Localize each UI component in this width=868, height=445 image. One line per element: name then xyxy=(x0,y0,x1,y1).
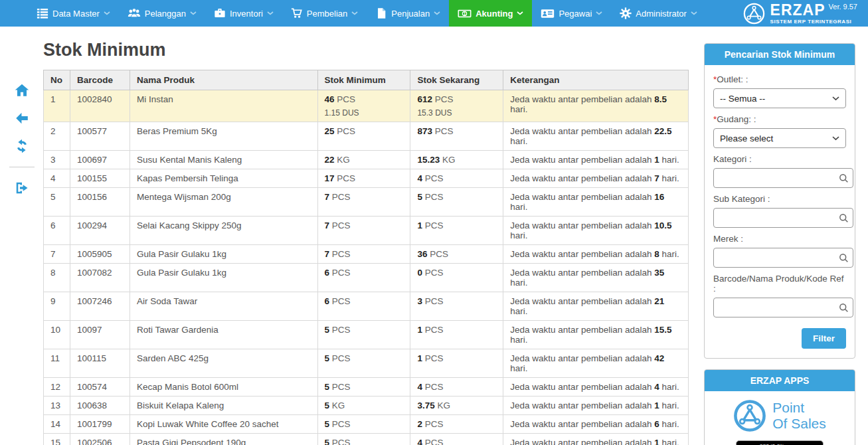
cart-icon xyxy=(291,7,303,19)
cell-stok-sekarang: 873 PCS xyxy=(410,122,503,151)
barcode-search-label: Barcode/Nama Produk/Kode Ref : xyxy=(713,274,846,294)
navbar-item-inventori[interactable]: Inventori xyxy=(205,0,282,27)
table-row[interactable]: 4 100155 Kapas Pembersih Telinga 17 PCS … xyxy=(44,169,689,188)
merek-input[interactable] xyxy=(719,252,839,264)
navbar-item-label: Pelanggan xyxy=(145,9,186,19)
version-label: Ver. 9.57 xyxy=(829,3,857,11)
cell-keterangan: Jeda waktu antar pembelian adalah 6 hari… xyxy=(503,415,689,434)
header-barcode: Barcode xyxy=(70,70,130,90)
table-row[interactable]: 1 1002840 Mi Instan 46 PCS 1.15 DUS 612 … xyxy=(44,90,689,122)
cell-product-name: Kapas Pembersih Telinga xyxy=(130,169,317,188)
google-play-badge[interactable]: GET IT ON Google Play xyxy=(736,440,823,445)
cell-product-name: Roti Tawar Gardenia xyxy=(130,321,317,349)
cell-barcode: 100294 xyxy=(70,217,130,245)
chevron-down-icon xyxy=(104,11,110,15)
navbar-item-label: Pembelian xyxy=(307,9,347,19)
kategori-input[interactable] xyxy=(719,173,839,184)
cell-product-name: Gula Pasir Gulaku 1kg xyxy=(130,264,317,292)
navbar-item-administrator[interactable]: Administrator xyxy=(611,0,706,27)
navbar-item-icon: 1 xyxy=(458,7,472,20)
table-row[interactable]: 12 100574 Kecap Manis Botol 600ml 5 PCS … xyxy=(44,378,689,397)
navbar-item-penjualan[interactable]: Penjualan xyxy=(367,0,449,27)
apps-panel-title: ERZAP APPS xyxy=(705,370,855,391)
erzap-logo-icon xyxy=(743,3,765,25)
search-icon xyxy=(839,173,849,183)
cell-no: 7 xyxy=(44,245,70,264)
cell-keterangan: Jeda waktu antar pembelian adalah 42 har… xyxy=(503,349,689,378)
briefcase-icon xyxy=(214,7,226,19)
table-row[interactable]: 5 100156 Mentega Wijsman 200g 7 PCS 5 PC… xyxy=(44,188,689,217)
cell-stok-minimum: 5 PCS xyxy=(317,349,410,378)
cell-no: 14 xyxy=(44,415,70,434)
home-icon[interactable] xyxy=(15,83,29,98)
search-icon xyxy=(839,303,849,313)
table-row[interactable]: 7 1005905 Gula Pasir Gulaku 1kg 7 PCS 36… xyxy=(44,245,689,264)
navbar-item-pelanggan[interactable]: Pelanggan xyxy=(119,0,205,27)
erzap-apps-panel: ERZAP APPS Point Of Sales GET IT ON G xyxy=(704,369,855,445)
table-row[interactable]: 13 100638 Biskuit Kelapa Kaleng 5 KG 3.7… xyxy=(44,397,689,415)
cell-stok-minimum: 17 PCS xyxy=(317,169,410,188)
brand-tagline: SISTEM ERP TERINTEGRASI xyxy=(770,19,857,25)
cell-no: 2 xyxy=(44,122,70,151)
left-icon-rail xyxy=(0,27,43,195)
app-window: Data Master Pelanggan Inventori Pembelia… xyxy=(0,0,868,445)
navbar-item-label: Penjualan xyxy=(391,9,430,19)
table-row[interactable]: 11 100115 Sarden ABC 425g 5 PCS 1 PCS Je… xyxy=(44,349,689,378)
cell-stok-minimum: 5 PCS xyxy=(317,378,410,397)
refresh-icon[interactable] xyxy=(15,139,29,153)
navbar-item-icon xyxy=(37,7,48,19)
chevron-down-icon xyxy=(517,11,523,15)
cell-keterangan: Jeda waktu antar pembelian adalah 22.5 h… xyxy=(503,122,689,151)
header-nama-produk: Nama Produk xyxy=(130,70,317,90)
table-row[interactable]: 14 1001799 Kopi Luwak White Coffee 20 sa… xyxy=(44,415,689,434)
cell-stok-sekarang: 5 PCS xyxy=(410,188,503,217)
cell-no: 5 xyxy=(44,188,70,217)
cell-keterangan: Jeda waktu antar pembelian adalah 15.5 h… xyxy=(503,321,689,349)
cell-stok-sekarang: 1 PCS xyxy=(410,349,503,378)
barcode-search-input[interactable] xyxy=(719,302,839,313)
navbar-item-akunting[interactable]: 1 Akunting xyxy=(449,0,532,27)
navbar-item-data-master[interactable]: Data Master xyxy=(28,0,119,27)
cell-stok-minimum: 6 PCS xyxy=(317,292,410,321)
cell-stok-sekarang: 1 PCS xyxy=(410,217,503,245)
filter-button[interactable]: Filter xyxy=(802,328,846,349)
sub-kategori-input[interactable] xyxy=(719,213,839,224)
brand-name: ERZAP xyxy=(770,3,825,18)
navbar-item-label: Data Master xyxy=(52,9,100,19)
chevron-down-icon xyxy=(691,11,697,15)
erzap-logo[interactable]: ERZAP Ver. 9.57 SISTEM ERP TERINTEGRASI xyxy=(743,0,868,27)
table-row[interactable]: 8 1007082 Gula Pasir Gulaku 1kg 6 PCS 0 … xyxy=(44,264,689,292)
cell-stok-minimum: 5 PCS xyxy=(317,321,410,349)
table-row[interactable]: 15 1002506 Pasta Gigi Pepsodent 190g 5 P… xyxy=(44,434,689,445)
table-row[interactable]: 9 1007246 Air Soda Tawar 6 PCS 3 PCS Jed… xyxy=(44,292,689,321)
cell-stok-sekarang: 36 PCS xyxy=(410,245,503,264)
cell-stok-minimum: 7 PCS xyxy=(317,245,410,264)
header-stok-sekarang: Stok Sekarang xyxy=(410,70,503,90)
logout-icon[interactable] xyxy=(15,181,29,195)
point-of-sales-logo[interactable]: Point Of Sales xyxy=(733,399,826,432)
outlet-select[interactable]: -- Semua -- xyxy=(713,88,846,108)
cell-keterangan: Jeda waktu antar pembelian adalah 4 hari… xyxy=(503,378,689,397)
cell-stok-sekarang: 4 PCS xyxy=(410,378,503,397)
merek-label: Merek : xyxy=(713,234,846,244)
chevron-down-icon xyxy=(832,96,839,101)
table-row[interactable]: 6 100294 Selai Kacang Skippy 250g 7 PCS … xyxy=(44,217,689,245)
cell-no: 9 xyxy=(44,292,70,321)
cell-no: 3 xyxy=(44,151,70,169)
table-row[interactable]: 10 10097 Roti Tawar Gardenia 5 PCS 1 PCS… xyxy=(44,321,689,349)
outlet-label: *Outlet: : xyxy=(713,74,846,84)
navbar-item-pembelian[interactable]: Pembelian xyxy=(282,0,367,27)
cell-keterangan: Jeda waktu antar pembelian adalah 7 hari… xyxy=(503,169,689,188)
gudang-select[interactable]: Please select xyxy=(713,128,846,148)
top-navbar: Data Master Pelanggan Inventori Pembelia… xyxy=(0,0,868,27)
table-row[interactable]: 3 100697 Susu Kental Manis Kaleng 22 KG … xyxy=(44,151,689,169)
kategori-label: Kategori : xyxy=(713,154,846,164)
table-row[interactable]: 2 100577 Beras Premium 5Kg 25 PCS 873 PC… xyxy=(44,122,689,151)
table-header-row: No Barcode Nama Produk Stok Minimum Stok… xyxy=(44,70,689,90)
pos-logo-icon xyxy=(733,399,766,432)
navbar-item-icon xyxy=(620,7,632,19)
search-icon xyxy=(839,213,849,223)
cell-keterangan: Jeda waktu antar pembelian adalah 8 hari… xyxy=(503,245,689,264)
navbar-item-pegawai[interactable]: Pegawai xyxy=(532,0,611,27)
back-arrow-icon[interactable] xyxy=(15,111,29,126)
